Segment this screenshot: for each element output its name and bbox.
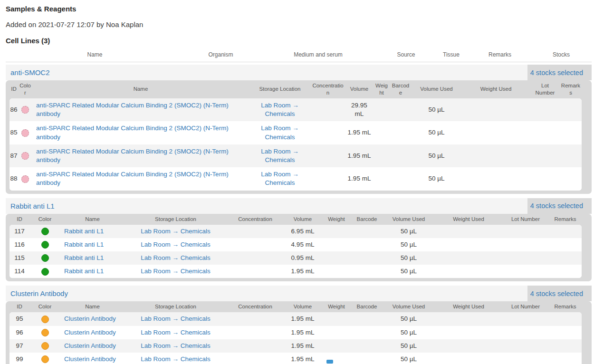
weight-cell — [322, 312, 351, 326]
volume-used-cell: 50 µL — [412, 167, 461, 190]
volume-cell: 1.95 mL — [284, 353, 322, 364]
barcode-cell — [390, 121, 412, 144]
col-header-weight: Weight — [322, 301, 351, 312]
horizontal-scrollbar-thumb[interactable] — [326, 360, 333, 364]
remarks-cell — [549, 251, 582, 265]
color-dot-icon — [41, 228, 49, 235]
stock-name-link[interactable]: anti-SPARC Related Modular Calcium Bindi… — [32, 98, 249, 121]
storage-location-link[interactable]: Lab Room → Chemicals — [125, 339, 227, 353]
weight-cell — [322, 251, 351, 265]
stock-name-link[interactable]: Rabbit anti L1 — [60, 238, 125, 251]
storage-location-link[interactable]: Lab Room → Chemicals — [125, 225, 227, 238]
col-header-lot-number: Lot Number — [502, 301, 549, 312]
weight-used-cell — [435, 238, 502, 251]
lot-number-cell — [502, 251, 549, 265]
remarks-cell — [560, 167, 582, 190]
barcode-cell — [351, 238, 383, 251]
cell-line-name-link[interactable]: anti-SMOC2 — [6, 65, 527, 80]
cell-lines-column-headers: Name Organism Medium and serum Source Ti… — [6, 51, 592, 62]
stocks-table: ID Color Name Storage Location Concentra… — [6, 301, 592, 364]
barcode-cell — [390, 167, 412, 190]
stock-row: 86 anti-SPARC Related Modular Calcium Bi… — [10, 98, 582, 121]
col-header-volume-used: Volume Used — [383, 214, 435, 225]
stock-id: 96 — [10, 326, 29, 339]
col-header-volume: Volume — [284, 301, 322, 312]
storage-location-link[interactable]: Lab Room → Chemicals — [249, 121, 311, 144]
storage-location-link[interactable]: Lab Room → Chemicals — [125, 312, 227, 326]
lot-number-cell — [502, 265, 549, 278]
storage-location-link[interactable]: Lab Room → Chemicals — [249, 167, 311, 190]
col-header-volume-used: Volume Used — [383, 301, 435, 312]
stock-name-link[interactable]: Clusterin Antibody — [60, 339, 125, 353]
col-header-stock-remarks: Remarks — [549, 301, 582, 312]
volume-cell: 29.95 mL — [345, 98, 374, 121]
cell-line-name-link[interactable]: Clusterin Antibody — [6, 286, 527, 301]
remarks-cell — [549, 326, 582, 339]
color-dot-icon — [41, 268, 49, 276]
stock-row: 85 anti-SPARC Related Modular Calcium Bi… — [10, 121, 582, 144]
page-title: Samples & Reagents — [6, 5, 592, 13]
color-dot-icon — [21, 175, 29, 183]
storage-location-link[interactable]: Lab Room → Chemicals — [125, 238, 227, 251]
col-header-stocks: Stocks — [531, 51, 592, 58]
storage-location-link[interactable]: Lab Room → Chemicals — [125, 265, 227, 278]
col-header-lot-number: Lot Number — [502, 214, 549, 225]
stock-name-link[interactable]: Clusterin Antibody — [60, 326, 125, 339]
storage-location-link[interactable]: Lab Room → Chemicals — [125, 251, 227, 265]
storage-location-link[interactable]: Lab Room → Chemicals — [125, 326, 227, 339]
stock-id: 117 — [10, 225, 29, 238]
col-header-weight-used: Weight Used — [461, 80, 530, 98]
stock-name-link[interactable]: Clusterin Antibody — [60, 312, 125, 326]
volume-cell: 1.95 mL — [284, 265, 322, 278]
stock-name-link[interactable]: Rabbit anti L1 — [60, 251, 125, 265]
stock-name-link[interactable]: anti-SPARC Related Modular Calcium Bindi… — [32, 167, 249, 190]
stock-name-link[interactable]: Rabbit anti L1 — [60, 225, 125, 238]
storage-location-link[interactable]: Lab Room → Chemicals — [125, 353, 227, 364]
stock-color-cell — [18, 144, 32, 167]
stock-name-link[interactable]: Rabbit anti L1 — [60, 265, 125, 278]
lot-number-cell — [502, 339, 549, 353]
storage-location-link[interactable]: Lab Room → Chemicals — [249, 144, 311, 167]
stock-id: 87 — [10, 144, 18, 167]
weight-used-cell — [435, 265, 502, 278]
cell-line-name-link[interactable]: Rabbit anti L1 — [6, 198, 527, 214]
col-header-stock-name: Name — [60, 214, 125, 225]
stocks-table-body: 95 Clusterin Antibody Lab Room → Chemica… — [10, 312, 582, 364]
stocks-selected-link[interactable]: 4 stocks selected — [527, 286, 592, 301]
volume-used-cell: 50 µL — [412, 121, 461, 144]
col-header-volume: Volume — [284, 214, 322, 225]
col-header-lot-number: Lot Number — [530, 80, 560, 98]
col-header-color: Color — [29, 301, 60, 312]
color-dot-icon — [41, 329, 49, 336]
col-header-id: ID — [10, 301, 29, 312]
volume-used-cell: 50 µL — [383, 312, 435, 326]
lot-number-cell — [502, 238, 549, 251]
col-header-color: Color — [18, 80, 32, 98]
concentration-cell — [311, 98, 345, 121]
storage-location-link[interactable]: Lab Room → Chemicals — [249, 98, 311, 121]
barcode-cell — [351, 339, 383, 353]
volume-used-cell: 50 µL — [383, 225, 435, 238]
remarks-cell — [560, 98, 582, 121]
concentration-cell — [227, 353, 284, 364]
weight-used-cell — [461, 167, 530, 190]
stock-name-link[interactable]: anti-SPARC Related Modular Calcium Bindi… — [32, 144, 249, 167]
stock-color-cell — [29, 238, 60, 251]
cell-line-group-anti-smoc2: anti-SMOC2 4 stocks selected ID Color Na… — [6, 65, 592, 194]
stock-row: 87 anti-SPARC Related Modular Calcium Bi… — [10, 144, 582, 167]
stocks-selected-link[interactable]: 4 stocks selected — [527, 198, 592, 214]
lot-number-cell — [502, 312, 549, 326]
barcode-cell — [351, 251, 383, 265]
stock-id: 86 — [10, 98, 18, 121]
stocks-header-table: ID Color Name Storage Location Concentra… — [10, 214, 582, 225]
concentration-cell — [311, 144, 345, 167]
stock-name-link[interactable]: anti-SPARC Related Modular Calcium Bindi… — [32, 121, 249, 144]
col-header-barcode: Barcode — [390, 80, 412, 98]
stock-name-link[interactable]: Clusterin Antibody — [60, 353, 125, 364]
col-header-concentration: Concentration — [227, 301, 284, 312]
volume-used-cell: 50 µL — [383, 238, 435, 251]
stock-color-cell — [29, 326, 60, 339]
color-dot-icon — [41, 254, 49, 262]
stocks-selected-link[interactable]: 4 stocks selected — [527, 65, 592, 80]
stock-id: 95 — [10, 312, 29, 326]
